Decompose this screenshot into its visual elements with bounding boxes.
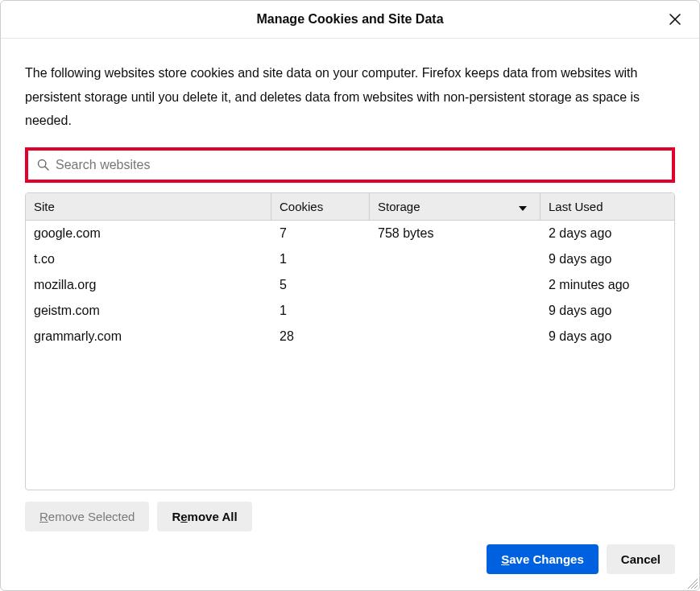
cell-lastused: 2 days ago bbox=[541, 221, 674, 246]
mnemonic: S bbox=[501, 552, 509, 566]
cell-cookies: 1 bbox=[271, 246, 370, 272]
cell-site: geistm.com bbox=[26, 298, 271, 324]
table-body[interactable]: google.com7758 bytes2 days agot.co19 day… bbox=[26, 221, 674, 490]
titlebar: Manage Cookies and Site Data bbox=[1, 1, 699, 39]
search-highlight-box bbox=[25, 147, 675, 183]
button-label-rest: emove Selected bbox=[48, 510, 135, 523]
column-header-lastused[interactable]: Last Used bbox=[541, 193, 674, 220]
save-changes-button[interactable]: Save Changes bbox=[487, 544, 599, 574]
button-label-rest: ave Changes bbox=[509, 552, 584, 566]
svg-point-0 bbox=[39, 160, 46, 167]
action-buttons-row: Save Changes Cancel bbox=[25, 544, 675, 574]
cell-cookies: 7 bbox=[271, 221, 370, 246]
cancel-button[interactable]: Cancel bbox=[607, 544, 675, 574]
description-text: The following websites store cookies and… bbox=[25, 61, 675, 133]
table-row[interactable]: geistm.com19 days ago bbox=[26, 298, 674, 324]
cell-storage bbox=[370, 272, 541, 298]
remove-all-button[interactable]: RRemove Allemove All bbox=[157, 502, 251, 531]
column-header-storage[interactable]: Storage bbox=[370, 193, 541, 220]
dialog-title: Manage Cookies and Site Data bbox=[256, 12, 443, 27]
close-button[interactable] bbox=[664, 8, 686, 31]
search-icon bbox=[37, 159, 49, 171]
cell-site: grammarly.com bbox=[26, 324, 271, 349]
cell-lastused: 9 days ago bbox=[541, 246, 674, 272]
remove-buttons-row: Remove Selected RRemove Allemove All bbox=[25, 502, 675, 531]
svg-line-1 bbox=[45, 167, 48, 170]
cell-storage bbox=[370, 246, 541, 272]
search-container[interactable] bbox=[29, 151, 671, 179]
cell-storage: 758 bytes bbox=[370, 221, 541, 246]
cell-cookies: 28 bbox=[271, 324, 370, 349]
column-header-storage-label: Storage bbox=[378, 200, 420, 213]
cookies-dialog: Manage Cookies and Site Data The followi… bbox=[0, 0, 700, 591]
column-header-site-label: Site bbox=[34, 200, 55, 213]
table-row[interactable]: t.co19 days ago bbox=[26, 246, 674, 272]
cell-cookies: 5 bbox=[271, 272, 370, 298]
table-row[interactable]: google.com7758 bytes2 days ago bbox=[26, 221, 674, 246]
sort-descending-icon bbox=[519, 200, 527, 213]
column-header-cookies-label: Cookies bbox=[280, 200, 323, 213]
mnemonic: e bbox=[180, 510, 187, 523]
cell-site: t.co bbox=[26, 246, 271, 272]
table-row[interactable]: mozilla.org52 minutes ago bbox=[26, 272, 674, 298]
cell-storage bbox=[370, 324, 541, 349]
mnemonic: R bbox=[39, 510, 48, 523]
sites-table: Site Cookies Storage Last Used google.co… bbox=[25, 192, 675, 490]
table-row[interactable]: grammarly.com289 days ago bbox=[26, 324, 674, 349]
cell-site: mozilla.org bbox=[26, 272, 271, 298]
cell-lastused: 9 days ago bbox=[541, 298, 674, 324]
dialog-content: The following websites store cookies and… bbox=[1, 39, 699, 590]
column-header-lastused-label: Last Used bbox=[549, 200, 603, 213]
cell-site: google.com bbox=[26, 221, 271, 246]
close-icon bbox=[668, 12, 682, 27]
column-header-cookies[interactable]: Cookies bbox=[271, 193, 370, 220]
search-input[interactable] bbox=[56, 158, 663, 172]
remove-selected-button[interactable]: Remove Selected bbox=[25, 502, 149, 531]
cell-cookies: 1 bbox=[271, 298, 370, 324]
table-header: Site Cookies Storage Last Used bbox=[26, 193, 674, 221]
cell-lastused: 2 minutes ago bbox=[541, 272, 674, 298]
cell-storage bbox=[370, 298, 541, 324]
column-header-site[interactable]: Site bbox=[26, 193, 271, 220]
cell-lastused: 9 days ago bbox=[541, 324, 674, 349]
